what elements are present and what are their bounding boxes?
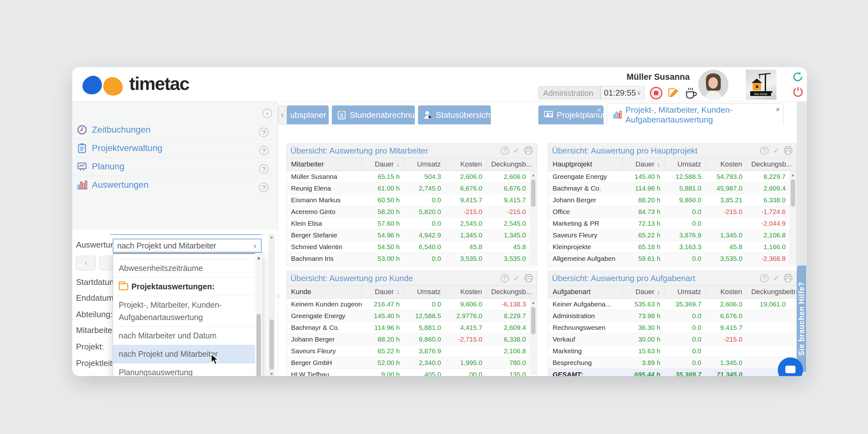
help-icon[interactable]: ? xyxy=(259,164,269,174)
column-header[interactable]: Kunde xyxy=(287,285,362,298)
table-row[interactable]: Marketing15.63 h0.0 xyxy=(548,345,797,357)
check-icon[interactable]: ✓ xyxy=(513,146,520,155)
table-row[interactable]: Verkauf30.00 h0.0-215.0 xyxy=(548,334,797,345)
column-header[interactable]: Umsatz xyxy=(404,285,445,298)
table-row[interactable]: Berger GmbH52.00 h2,340.01,995.0780.0 xyxy=(287,357,537,369)
edit-note-button[interactable] xyxy=(666,87,679,99)
sidebar-collapse-button[interactable]: ‹ xyxy=(262,108,272,118)
close-icon[interactable]: × xyxy=(776,105,780,114)
table-scrollbar[interactable]: ▲ xyxy=(789,171,797,264)
scrollbar-thumb[interactable] xyxy=(256,314,261,376)
check-icon[interactable]: ✓ xyxy=(513,274,520,283)
table-row[interactable]: Johann Berger88.20 h9,860.0-2,715.06,338… xyxy=(287,334,537,345)
break-coffee-button[interactable] xyxy=(684,86,698,100)
column-header[interactable]: Umsatz xyxy=(665,158,706,170)
table-row[interactable]: Eismann Markus60.50 h0.09,415.79,415.7 xyxy=(287,194,537,206)
scroll-up-icon[interactable]: ▲ xyxy=(255,255,262,260)
print-icon[interactable] xyxy=(524,274,533,282)
table-row[interactable]: Bachmayr & Co.114.96 h5,881.045,987.02,6… xyxy=(548,183,797,194)
table-row[interactable]: Greengate Energy145.40 h12,588.554,793.0… xyxy=(548,171,797,183)
tab-projektplanung[interactable]: Projektplanung × xyxy=(538,105,603,124)
help-icon[interactable]: ? xyxy=(760,274,769,282)
tab-scroll-left-button[interactable]: ‹ xyxy=(278,105,287,124)
dropdown-option[interactable]: Planungsauswertung xyxy=(113,364,255,376)
help-icon[interactable]: ? xyxy=(501,147,509,155)
column-header[interactable]: Kosten xyxy=(706,285,747,298)
column-header[interactable]: Aufgabenart xyxy=(548,285,623,298)
table-row[interactable]: Aceremo Ginto58.20 h5,820.0-215.0-215.0 xyxy=(287,206,537,218)
tab-active-aufgabenartauswertung[interactable]: Projekt-, Mitarbeiter, Kunden- Aufgabena… xyxy=(607,103,783,126)
column-header[interactable]: Kosten xyxy=(706,158,747,170)
scroll-down-icon[interactable]: ▼ xyxy=(269,372,275,376)
help-icon[interactable]: ? xyxy=(760,147,769,155)
table-row[interactable]: Besprechung3.89 h0.01,345.0 xyxy=(548,357,797,369)
table-row[interactable]: Müller Susanna65.15 h504.32,606.02,606.0 xyxy=(287,171,537,183)
close-icon[interactable]: × xyxy=(597,106,601,114)
dropdown-option[interactable]: Projekt-, Mitarbeiter, Kunden-Aufgabenar… xyxy=(113,296,255,327)
table-row[interactable]: Saveurs Fleury65.22 h3,876.91,345.02,106… xyxy=(548,229,797,241)
column-header[interactable]: Mitarbeiter xyxy=(287,158,362,170)
refresh-icon[interactable] xyxy=(792,71,804,83)
column-header[interactable]: Dauer↓ xyxy=(362,158,404,170)
current-task-field[interactable]: Administration xyxy=(538,86,600,99)
column-header[interactable]: Deckungsb... xyxy=(487,158,537,170)
logout-power-icon[interactable] xyxy=(792,86,804,97)
column-header[interactable]: Kosten xyxy=(445,158,487,170)
tab-urlaubsplaner[interactable]: ubsplaner xyxy=(287,105,329,124)
tab-stundenabrechnung[interactable]: Stundenabrechnung xyxy=(332,105,415,124)
table-row[interactable]: Johann Berger88.20 h9,860.03,85.216,338.… xyxy=(548,194,797,206)
sidebar-item-auswertungen[interactable]: Auswertungen xyxy=(72,176,278,194)
column-header[interactable]: Dauer↓ xyxy=(623,285,665,298)
column-header[interactable]: Hauptprojekt xyxy=(548,158,623,170)
help-side-tab[interactable]: Sie brauchen Hilfe? xyxy=(797,266,806,372)
sidebar-item-planung[interactable]: Planung xyxy=(72,157,278,176)
table-row[interactable]: Kleinprojekte65.18 h3,163.345.81,166.0 xyxy=(548,241,797,253)
print-icon[interactable] xyxy=(784,147,793,155)
check-icon[interactable]: ✓ xyxy=(773,274,779,283)
company-logo[interactable]: Ihre Firma xyxy=(746,70,776,100)
column-header[interactable]: Umsatz xyxy=(404,158,445,170)
dropdown-option[interactable] xyxy=(113,253,255,259)
table-row[interactable]: Bachmayr & Co.114.96 h5,881.04,415.72,60… xyxy=(287,322,537,334)
print-icon[interactable] xyxy=(784,274,793,282)
scroll-up-icon[interactable]: ▲ xyxy=(269,235,275,239)
table-row[interactable]: Administration73.98 h0.06,676.0 xyxy=(548,310,797,322)
table-row[interactable]: Keiner Aufgabena...535.63 h35,369.72,606… xyxy=(548,299,797,310)
help-icon[interactable]: ? xyxy=(501,274,509,282)
column-header[interactable]: Deckungsbeitrag xyxy=(747,285,797,298)
table-total-row[interactable]: GESAMT:695.44 h35,369.771,345.06 xyxy=(548,369,797,376)
dropdown-option[interactable]: Abwesenheitszeiträume xyxy=(113,259,255,278)
table-row[interactable]: Rechnungswesen36.30 h0.09,415.7 xyxy=(548,322,797,334)
sidebar-item-zeitbuchungen[interactable]: Zeitbuchungen xyxy=(72,121,278,139)
column-header[interactable]: Dauer↓ xyxy=(362,285,404,298)
auswertung-select[interactable]: nach Projekt und Mitarbeiter ∨ xyxy=(113,239,261,253)
help-icon[interactable]: ? xyxy=(259,128,269,137)
table-row[interactable]: Keinem Kunden zugeordnet216.47 h0.09,606… xyxy=(287,299,537,310)
dropdown-option[interactable]: nach Mitarbeiter und Datum xyxy=(113,327,255,345)
dropdown-scrollbar[interactable]: ▲ ▼ xyxy=(255,254,262,376)
table-row[interactable]: Schmied Valentin54.50 h6,540.045.845.8 xyxy=(287,241,537,253)
column-header[interactable]: Dauer↓ xyxy=(623,158,665,170)
table-scrollbar[interactable]: ▲ xyxy=(530,299,537,375)
table-row[interactable]: Bachmann Iris53.00 h0.03,535.03,535.0 xyxy=(287,253,537,265)
filter-panel-scrollbar[interactable]: ▲ ▼ xyxy=(269,234,275,376)
table-row[interactable]: Office84.73 h0.0-215.0-1,724.6 xyxy=(548,206,797,218)
table-row[interactable]: Klein Elisa57.60 h0.02,545.02,545.0 xyxy=(287,218,537,229)
column-header[interactable]: Kosten xyxy=(445,285,487,298)
tab-statusuebersicht[interactable]: Statusübersicht xyxy=(418,105,491,124)
user-avatar[interactable] xyxy=(698,70,728,100)
table-row[interactable]: Berger Stefanie54.96 h4,942.91,345.01,34… xyxy=(287,229,537,241)
splitter-collapse-icon[interactable]: ‹ xyxy=(277,291,280,301)
help-icon[interactable]: ? xyxy=(259,146,269,155)
timer-display[interactable]: 01:29:55 ∨ xyxy=(600,86,645,99)
print-icon[interactable] xyxy=(524,147,533,155)
sidebar-item-projektverwaltung[interactable]: Projektverwaltung xyxy=(72,139,278,158)
table-row[interactable]: HLW Tiefbau9.00 h405.000.0135.0 xyxy=(287,369,537,376)
column-header[interactable]: Deckungsb... xyxy=(747,158,797,170)
table-row[interactable]: Allgemeine Aufgaben59.61 h0.03,535.0-2,3… xyxy=(548,253,797,265)
column-header[interactable]: Umsatz xyxy=(665,285,706,298)
scrollbar-thumb[interactable] xyxy=(270,319,274,369)
table-row[interactable]: Reunig Elena61.00 h2,745.06,676.06,676.0 xyxy=(287,183,537,194)
dropdown-option[interactable]: Projektauswertungen: xyxy=(113,278,255,296)
table-row[interactable]: Marketing & PR72.13 h0.0-2,044.9 xyxy=(548,218,797,229)
